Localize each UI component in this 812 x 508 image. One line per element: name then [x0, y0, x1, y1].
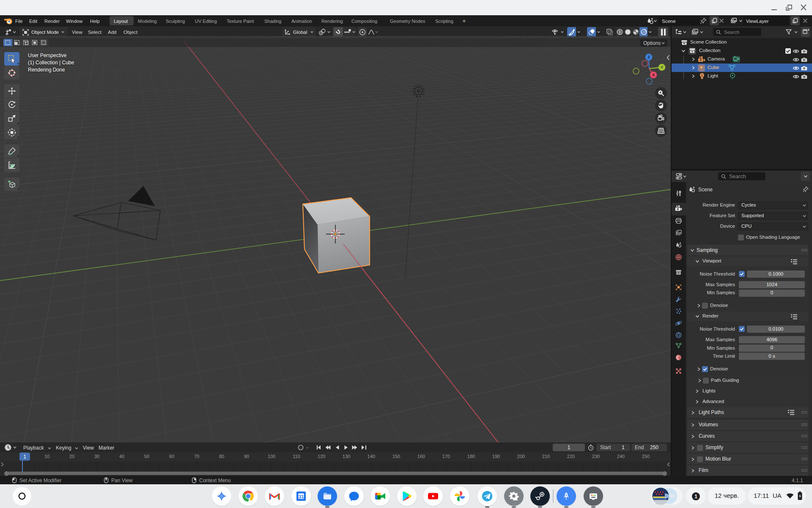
- svg-text:X: X: [652, 73, 655, 77]
- svg-text:Y: Y: [661, 65, 663, 69]
- svg-text:31: 31: [298, 494, 303, 499]
- svg-text:Z: Z: [647, 55, 650, 59]
